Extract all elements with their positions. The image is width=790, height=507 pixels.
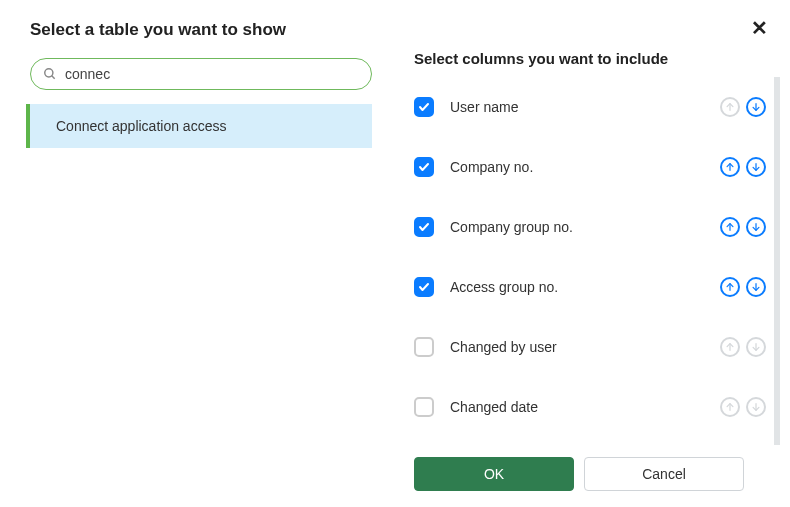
move-up-button[interactable]	[720, 157, 740, 177]
column-row: Company group no.	[414, 197, 766, 257]
column-label: Changed by user	[450, 339, 720, 355]
table-list-item[interactable]: Connect application access	[26, 104, 372, 148]
move-up-button	[720, 397, 740, 417]
left-title: Select a table you want to show	[30, 20, 372, 40]
column-label: User name	[450, 99, 720, 115]
columns-list: User nameCompany no.Company group no.Acc…	[414, 77, 780, 445]
svg-point-0	[45, 69, 53, 77]
close-button[interactable]: ✕	[751, 18, 768, 38]
column-checkbox[interactable]	[414, 277, 434, 297]
search-input[interactable]	[65, 66, 359, 82]
search-field[interactable]	[30, 58, 372, 90]
column-label: Company no.	[450, 159, 720, 175]
column-reorder	[720, 217, 766, 237]
right-title: Select columns you want to include	[414, 50, 780, 67]
footer: OK Cancel	[414, 453, 780, 507]
move-down-button[interactable]	[746, 217, 766, 237]
column-reorder	[720, 337, 766, 357]
move-up-button[interactable]	[720, 277, 740, 297]
move-up-button	[720, 97, 740, 117]
svg-line-1	[52, 76, 55, 79]
column-row: Changed by user	[414, 317, 766, 377]
column-checkbox[interactable]	[414, 217, 434, 237]
move-down-button	[746, 337, 766, 357]
table-list-item-label: Connect application access	[56, 118, 226, 134]
move-down-button[interactable]	[746, 157, 766, 177]
left-panel: Select a table you want to show Connect …	[0, 20, 390, 507]
column-reorder	[720, 97, 766, 117]
column-checkbox[interactable]	[414, 157, 434, 177]
column-row: Access group no.	[414, 257, 766, 317]
column-row: Company no.	[414, 137, 766, 197]
search-icon	[43, 67, 57, 81]
column-label: Changed date	[450, 399, 720, 415]
move-down-button[interactable]	[746, 277, 766, 297]
move-down-button	[746, 397, 766, 417]
column-reorder	[720, 397, 766, 417]
column-row: User name	[414, 77, 766, 137]
column-checkbox[interactable]	[414, 397, 434, 417]
ok-button[interactable]: OK	[414, 457, 574, 491]
move-up-button[interactable]	[720, 217, 740, 237]
column-label: Access group no.	[450, 279, 720, 295]
column-reorder	[720, 277, 766, 297]
move-down-button[interactable]	[746, 97, 766, 117]
column-label: Company group no.	[450, 219, 720, 235]
column-checkbox[interactable]	[414, 97, 434, 117]
close-icon: ✕	[751, 17, 768, 39]
column-checkbox[interactable]	[414, 337, 434, 357]
column-row: Changed date	[414, 377, 766, 437]
right-panel: ✕ Select columns you want to include Use…	[390, 20, 790, 507]
column-reorder	[720, 157, 766, 177]
move-up-button	[720, 337, 740, 357]
cancel-button[interactable]: Cancel	[584, 457, 744, 491]
dialog: Select a table you want to show Connect …	[0, 0, 790, 507]
table-list: Connect application access	[30, 104, 372, 148]
